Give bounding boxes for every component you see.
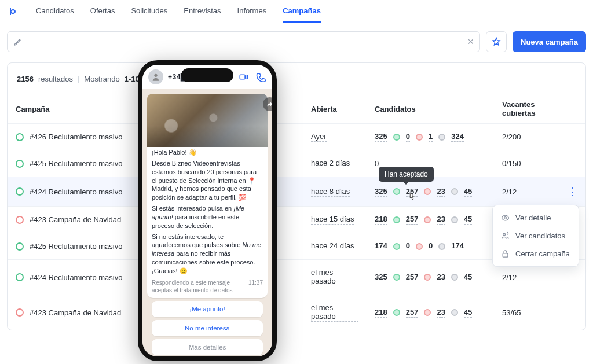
rejected-dot — [424, 188, 431, 195]
col-campaign: Campaña — [8, 94, 141, 124]
nav-tab-campañas[interactable]: Campañas — [283, 1, 321, 23]
accepted-tooltip: Han aceptado — [379, 167, 434, 182]
pending-count[interactable]: 45 — [464, 308, 472, 318]
pending-dot — [438, 243, 445, 250]
col-opened: Abierta — [303, 94, 367, 124]
svg-point-1 — [503, 233, 506, 236]
status-dot — [16, 160, 24, 168]
candidates-total[interactable]: 218 — [375, 308, 387, 318]
menu-view-candidates[interactable]: Ver candidatos — [493, 227, 579, 245]
nav-tab-candidatos[interactable]: Candidatos — [36, 1, 74, 23]
vacancies-filled: 2/12 — [502, 273, 517, 282]
opened-date: el mes pasado — [311, 268, 358, 286]
candidates-total: 0 — [375, 159, 379, 168]
nav-tab-solicitudes[interactable]: Solicitudes — [131, 1, 167, 23]
rejected-count[interactable]: 23 — [437, 187, 445, 197]
results-count: 2156 — [17, 75, 34, 83]
vacancies-filled: 53/65 — [502, 308, 521, 317]
rejected-count[interactable]: 23 — [437, 273, 445, 282]
status-dot — [16, 308, 24, 317]
candidates-total[interactable]: 218 — [375, 215, 387, 225]
lock-icon — [501, 249, 510, 258]
rejected-count[interactable]: 1 — [429, 132, 433, 142]
opened-date: hace 15 días — [311, 215, 354, 225]
nav-tabs: CandidatosOfertasSolicitudesEntrevistasI… — [36, 1, 321, 23]
toolbar: × Nueva campaña — [0, 23, 593, 62]
status-dot — [16, 133, 24, 141]
accepted-dot — [393, 309, 400, 316]
campaign-name: #426 Reclutamiento masivo — [30, 133, 122, 141]
accepted-dot — [393, 274, 400, 281]
pending-count[interactable]: 174 — [451, 241, 464, 251]
reply-yes-button[interactable]: ¡Me apunto! — [152, 301, 263, 317]
campaigns-panel: 2156 resultados | Mostrando 1-10 ‹ › Cam… — [7, 62, 586, 330]
pending-dot — [451, 309, 458, 316]
pending-dot — [451, 188, 458, 195]
rejected-count[interactable]: 23 — [437, 308, 445, 318]
clear-icon[interactable]: × — [467, 36, 474, 48]
accepted-dot — [393, 188, 400, 195]
campaign-name: #423 Campaña de Navidad — [30, 308, 121, 317]
accepted-count[interactable]: 0 — [406, 241, 410, 251]
pending-count[interactable]: 45 — [464, 273, 472, 282]
table-row[interactable]: #425 Reclutamiento masivohace 2 días00/1… — [8, 150, 585, 177]
table-row[interactable]: #424 Reclutamiento masivohace 8 días 325… — [8, 177, 585, 207]
candidates-total[interactable]: 325 — [375, 132, 387, 142]
candidates-total[interactable]: 325 — [375, 187, 387, 197]
table-row[interactable]: #423 Campaña de Navidadel mes pasado 218… — [8, 295, 585, 330]
results-header: 2156 resultados | Mostrando 1-10 ‹ › — [8, 63, 585, 94]
accepted-count[interactable]: 257 — [406, 273, 419, 282]
star-icon — [492, 37, 501, 46]
reply-more-button[interactable]: Más detalles — [152, 339, 263, 355]
accepted-count[interactable]: 0 — [406, 132, 410, 142]
opened-date: el mes pasado — [311, 303, 358, 322]
opened-date: Ayer — [311, 132, 327, 142]
menu-close-campaign[interactable]: Cerrar campaña — [493, 245, 579, 263]
table-row[interactable]: #426 Reclutamiento masivoAyer 325 0 1 32… — [8, 124, 585, 150]
accepted-count[interactable]: 257 — [406, 308, 419, 318]
chat-body: ¡Hola Pablo! 👋 Desde Bizneo Videoentrevi… — [142, 89, 272, 356]
video-icon[interactable] — [239, 72, 249, 82]
phone-icon[interactable] — [256, 72, 266, 82]
accepted-count[interactable]: 257 — [406, 215, 419, 225]
pending-dot — [451, 274, 458, 281]
vacancies-filled: 2/200 — [502, 133, 521, 141]
pending-count[interactable]: 45 — [464, 187, 472, 197]
status-dot — [16, 187, 24, 196]
svg-rect-2 — [503, 253, 508, 257]
nav-tab-ofertas[interactable]: Ofertas — [90, 1, 115, 23]
accepted-dot — [393, 243, 400, 250]
menu-view-detail[interactable]: Ver detalle — [493, 209, 579, 227]
rejected-count[interactable]: 23 — [437, 215, 445, 225]
pending-dot — [451, 216, 458, 223]
svg-point-3 — [154, 73, 157, 76]
search-input[interactable]: × — [7, 31, 480, 52]
pending-count[interactable]: 45 — [464, 215, 472, 225]
accepted-dot — [393, 216, 400, 223]
nav-tab-entrevistas[interactable]: Entrevistas — [184, 1, 221, 23]
message-bubble: ¡Hola Pablo! 👋 Desde Bizneo Videoentrevi… — [147, 94, 268, 298]
col-candidates: Candidatos — [367, 94, 494, 124]
svg-point-0 — [504, 217, 507, 219]
rejected-dot — [424, 216, 431, 223]
phone-notch — [181, 68, 233, 82]
favorite-button[interactable] — [486, 31, 507, 52]
rejected-dot — [416, 134, 423, 141]
vacancies-filled: 2/12 — [502, 187, 517, 196]
candidates-total[interactable]: 174 — [375, 241, 387, 251]
avatar-icon — [148, 69, 163, 84]
campaign-name: #425 Reclutamiento masivo — [30, 242, 122, 251]
vacancies-filled: 0/150 — [502, 159, 521, 168]
row-actions-menu: Ver detalle Ver candidatos Cerrar campañ… — [492, 205, 579, 267]
reply-no-button[interactable]: No me interesa — [152, 320, 263, 336]
new-campaign-button[interactable]: Nueva campaña — [513, 31, 586, 52]
more-icon[interactable]: ⋮ — [567, 186, 577, 197]
pencil-icon — [13, 37, 23, 46]
users-icon — [501, 231, 510, 240]
nav-tab-informes[interactable]: Informes — [237, 1, 267, 23]
candidates-total[interactable]: 325 — [375, 273, 387, 282]
accepted-count[interactable]: 257 — [406, 187, 419, 197]
rejected-count[interactable]: 0 — [429, 241, 433, 251]
eye-icon — [501, 214, 510, 222]
pending-count[interactable]: 324 — [451, 132, 464, 142]
